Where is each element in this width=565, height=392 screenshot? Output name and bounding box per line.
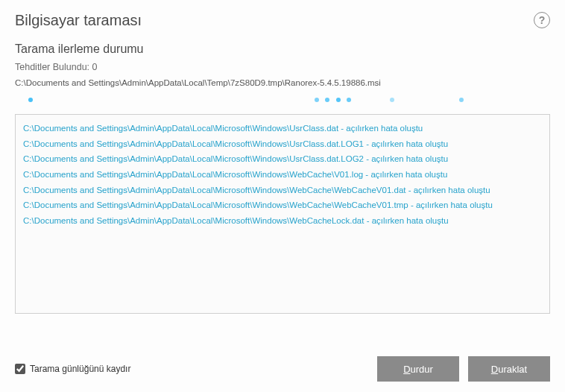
pause-button[interactable]: Duraklat [468, 356, 550, 382]
scroll-log-checkbox-group[interactable]: Tarama günlüğünü kaydır [15, 364, 130, 374]
progress-dot [347, 98, 351, 102]
footer: Tarama günlüğünü kaydır Durdur Duraklat [15, 356, 550, 382]
log-line: C:\Documents and Settings\Admin\AppData\… [23, 183, 542, 198]
help-icon[interactable]: ? [534, 12, 550, 28]
current-scan-file: C:\Documents and Settings\Admin\AppData\… [15, 78, 550, 87]
stop-button[interactable]: Durdur [377, 356, 459, 382]
content-area: Tarama ilerleme durumu Tehditler Bulundu… [0, 37, 565, 104]
log-line: C:\Documents and Settings\Admin\AppData\… [23, 121, 542, 136]
log-line: C:\Documents and Settings\Admin\AppData\… [23, 167, 542, 183]
log-line: C:\Documents and Settings\Admin\AppData\… [23, 151, 542, 167]
progress-title: Tarama ilerleme durumu [15, 42, 550, 56]
progress-dot [28, 98, 33, 102]
scan-log-box[interactable]: C:\Documents and Settings\Admin\AppData\… [15, 114, 550, 314]
header: Bilgisayar taraması ? [0, 0, 565, 37]
progress-dot [325, 98, 329, 102]
log-line: C:\Documents and Settings\Admin\AppData\… [23, 197, 542, 213]
log-line: C:\Documents and Settings\Admin\AppData\… [23, 136, 542, 152]
threats-found-label: Tehditler Bulundu: 0 [15, 62, 550, 72]
progress-dot [459, 98, 464, 102]
button-row: Durdur Duraklat [377, 356, 550, 382]
progress-dot [336, 98, 341, 102]
progress-dot [315, 98, 319, 102]
progress-dot [390, 98, 394, 102]
log-line: C:\Documents and Settings\Admin\AppData\… [23, 213, 542, 229]
progress-bar [15, 96, 550, 104]
window-title: Bilgisayar taraması [15, 12, 142, 29]
scan-window: Bilgisayar taraması ? Tarama ilerleme du… [0, 0, 565, 392]
scroll-log-checkbox[interactable] [15, 364, 25, 374]
scroll-log-label: Tarama günlüğünü kaydır [30, 364, 130, 374]
